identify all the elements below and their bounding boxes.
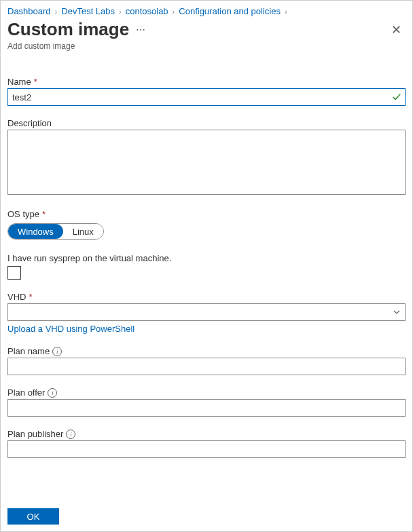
sysprep-label: I have run sysprep on the virtual machin… [7,253,406,263]
ostype-linux[interactable]: Linux [63,224,103,239]
ok-button[interactable]: OK [7,508,59,525]
sysprep-checkbox[interactable] [7,266,21,280]
plan-publisher-input[interactable] [7,440,406,458]
chevron-right-icon: › [118,7,123,16]
plan-name-label: Plan name i [7,346,406,356]
blade-header: Custom image ⋯ ✕ [1,19,412,40]
ostype-label: OS type* [7,209,406,219]
chevron-right-icon: › [171,7,177,16]
breadcrumb-contosolab[interactable]: contosolab [126,6,168,16]
upload-vhd-link[interactable]: Upload a VHD using PowerShell [7,324,134,334]
plan-offer-input[interactable] [7,399,406,417]
required-icon: * [34,77,37,87]
info-icon[interactable]: i [52,347,62,356]
breadcrumb-configuration[interactable]: Configuration and policies [179,6,281,16]
required-icon: * [42,209,46,219]
ostype-windows[interactable]: Windows [8,224,63,239]
plan-offer-label: Plan offer i [7,387,406,398]
chevron-right-icon: › [283,7,289,16]
vhd-label: VHD* [7,292,406,302]
name-label: Name* [7,77,406,87]
breadcrumb-dashboard[interactable]: Dashboard [7,6,51,16]
breadcrumb: Dashboard › DevTest Labs › contosolab › … [1,1,412,19]
page-subtitle: Add custom image [1,40,412,51]
info-icon[interactable]: i [48,388,57,398]
checkmark-icon [392,92,401,102]
ostype-toggle: Windows Linux [7,223,104,240]
description-input[interactable] [7,130,406,195]
description-label: Description [7,118,406,128]
form: Name* Description OS type* Windows Linux… [1,51,412,458]
info-icon[interactable]: i [66,430,75,439]
plan-publisher-label: Plan publisher i [7,429,406,439]
name-input[interactable] [7,88,406,106]
breadcrumb-devtest-labs[interactable]: DevTest Labs [61,6,115,16]
chevron-down-icon [393,308,401,316]
vhd-select[interactable] [7,303,406,321]
chevron-right-icon: › [54,7,59,16]
required-icon: * [29,292,32,302]
close-icon[interactable]: ✕ [387,20,406,40]
more-icon[interactable]: ⋯ [136,24,146,35]
plan-name-input[interactable] [7,358,406,375]
page-title: Custom image [7,19,129,40]
